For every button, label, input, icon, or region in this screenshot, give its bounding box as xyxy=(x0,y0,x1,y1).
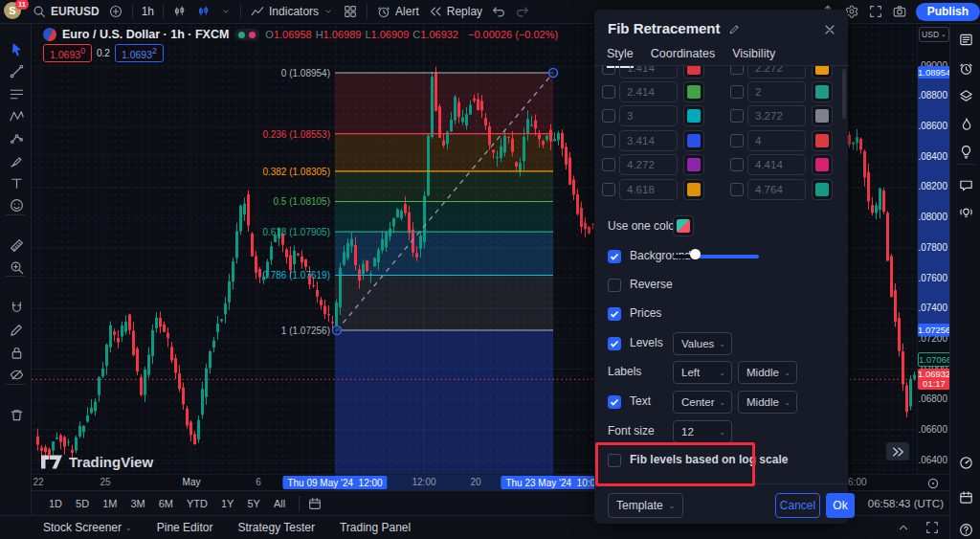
compare-add-icon[interactable] xyxy=(108,4,123,19)
draw-edit-tool-icon[interactable] xyxy=(5,319,28,340)
object-tree-icon[interactable] xyxy=(954,84,977,107)
range-ytd-button[interactable]: YTD xyxy=(181,495,213,512)
cancel-button[interactable]: Cancel xyxy=(775,493,820,518)
xabcd-pattern-tool-icon[interactable] xyxy=(5,105,28,126)
opacity-slider[interactable] xyxy=(673,255,759,258)
range-6m-button[interactable]: 6M xyxy=(153,495,179,512)
levels-dropdown[interactable]: Values⌄ xyxy=(673,332,732,355)
chart-style-active-icon[interactable] xyxy=(196,4,212,19)
level-checkbox[interactable] xyxy=(730,134,744,147)
symbol-search[interactable]: EURUSD xyxy=(32,4,100,19)
range-5d-button[interactable]: 5D xyxy=(70,495,95,512)
go-to-date-icon[interactable] xyxy=(307,496,323,511)
target-icon[interactable] xyxy=(925,476,941,491)
level-color-swatch[interactable] xyxy=(683,154,704,175)
level-color-swatch[interactable] xyxy=(683,105,704,126)
tab-strategy-tester[interactable]: Strategy Tester xyxy=(237,521,314,534)
level-color-swatch[interactable] xyxy=(812,105,833,126)
level-color-swatch[interactable] xyxy=(683,179,704,200)
level-checkbox[interactable] xyxy=(730,66,744,75)
cursor-tool-icon[interactable] xyxy=(5,38,28,59)
level-checkbox[interactable] xyxy=(602,109,615,123)
level-checkbox[interactable] xyxy=(602,66,615,75)
level-value-input[interactable]: 4.618 xyxy=(619,179,678,200)
lock-tool-icon[interactable] xyxy=(5,342,28,363)
publish-button[interactable]: Publish xyxy=(916,3,980,21)
level-checkbox[interactable] xyxy=(602,183,615,196)
redo-icon[interactable] xyxy=(515,4,530,19)
level-color-swatch[interactable] xyxy=(812,66,833,79)
trend-line-tool-icon[interactable] xyxy=(5,60,28,81)
currency-selector[interactable]: USD⌄ xyxy=(919,27,949,42)
clock-utc[interactable]: 06:58:43 (UTC) xyxy=(868,498,944,509)
replay-button[interactable]: Replay xyxy=(428,4,482,19)
background-checkbox[interactable] xyxy=(608,250,621,263)
panel-maximize-icon[interactable] xyxy=(924,520,940,535)
level-color-swatch[interactable] xyxy=(812,81,833,102)
user-avatar[interactable]: S 11 xyxy=(4,2,23,21)
bid-price[interactable]: 1.06930 xyxy=(43,44,92,62)
pair-title[interactable]: Euro / U.S. Dollar · 1h · FXCM xyxy=(62,28,229,41)
level-checkbox[interactable] xyxy=(730,183,744,196)
zoom-in-tool-icon[interactable] xyxy=(5,257,28,278)
range-1y-button[interactable]: 1Y xyxy=(215,495,239,512)
help-icon[interactable] xyxy=(954,518,977,539)
undo-icon[interactable] xyxy=(491,4,506,19)
brush-tool-icon[interactable] xyxy=(5,150,28,171)
range-1d-button[interactable]: 1D xyxy=(43,495,68,512)
fib-retracement-tool-icon[interactable] xyxy=(5,83,28,104)
prices-checkbox[interactable] xyxy=(608,307,621,321)
scrollbar[interactable] xyxy=(842,69,846,119)
reverse-checkbox[interactable] xyxy=(608,279,621,292)
close-icon[interactable] xyxy=(822,22,837,37)
level-color-swatch[interactable] xyxy=(812,154,833,175)
price-scale[interactable]: 1.090001.088001.086001.084001.082001.080… xyxy=(917,24,950,474)
axis-corner[interactable] xyxy=(917,474,949,491)
level-value-input[interactable]: 3 xyxy=(619,105,678,126)
layout-grid-icon[interactable] xyxy=(343,4,358,19)
emoji-tool-icon[interactable] xyxy=(5,194,28,215)
chart-style-icon[interactable] xyxy=(172,4,188,19)
level-color-swatch[interactable] xyxy=(683,130,704,151)
ruler-tool-icon[interactable] xyxy=(5,235,28,256)
level-value-input[interactable]: 3.272 xyxy=(747,105,806,126)
range-all-button[interactable]: All xyxy=(268,495,291,512)
panel-expand-icon[interactable] xyxy=(896,520,911,535)
level-color-swatch[interactable] xyxy=(812,130,833,151)
one-color-swatch[interactable] xyxy=(673,215,694,236)
watchlist-icon[interactable] xyxy=(954,28,977,51)
font-size-dropdown[interactable]: 12⌄ xyxy=(673,420,732,443)
ideas-icon[interactable] xyxy=(954,140,977,163)
indicators-button[interactable]: Indicators xyxy=(250,4,334,19)
slider-thumb[interactable] xyxy=(690,249,701,259)
level-checkbox[interactable] xyxy=(602,134,615,147)
level-value-input[interactable]: 1.414 xyxy=(619,66,678,79)
camera-icon[interactable] xyxy=(892,4,907,19)
level-value-input[interactable]: 4.272 xyxy=(619,154,678,175)
level-value-input[interactable]: 2 xyxy=(747,81,806,102)
tab-trading-panel[interactable]: Trading Panel xyxy=(340,521,411,534)
level-value-input[interactable]: 2.272 xyxy=(747,66,806,79)
ask-price[interactable]: 1.06932 xyxy=(115,44,164,62)
level-color-swatch[interactable] xyxy=(812,179,833,200)
fullscreen-icon[interactable] xyxy=(868,4,883,19)
level-checkbox[interactable] xyxy=(602,85,615,99)
template-button[interactable]: Template⌄ xyxy=(608,493,683,518)
level-value-input[interactable]: 4 xyxy=(747,130,806,151)
alarm-clock-icon[interactable] xyxy=(954,56,977,79)
hotlists-icon[interactable] xyxy=(954,112,977,135)
tab-pine-editor[interactable]: Pine Editor xyxy=(157,521,213,534)
level-value-input[interactable]: 4.414 xyxy=(747,154,806,175)
streams-icon[interactable] xyxy=(954,200,977,223)
alert-button[interactable]: Alert xyxy=(376,4,419,19)
magnet-tool-icon[interactable] xyxy=(5,297,28,318)
text-checkbox[interactable] xyxy=(608,395,621,409)
levels-checkbox[interactable] xyxy=(608,337,621,350)
calendar-icon[interactable] xyxy=(954,485,977,508)
level-value-input[interactable]: 3.414 xyxy=(619,130,678,151)
level-value-input[interactable]: 4.764 xyxy=(747,179,806,200)
chevron-down-icon[interactable] xyxy=(220,7,232,16)
text-h-dropdown[interactable]: Center⌄ xyxy=(673,391,732,414)
edit-title-icon[interactable] xyxy=(728,21,742,36)
ok-button[interactable]: Ok xyxy=(826,493,855,518)
